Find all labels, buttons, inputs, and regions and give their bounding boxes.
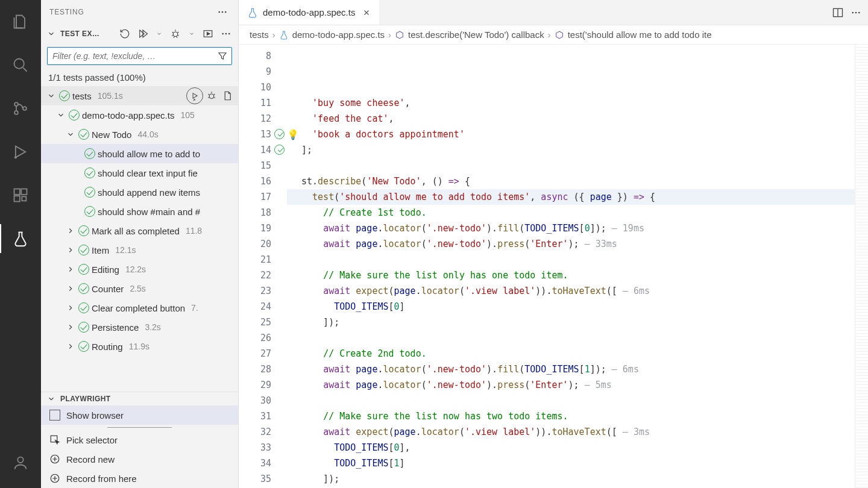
pass-icon (84, 187, 95, 198)
code-content[interactable]: 💡 'buy some cheese', 'feed the cat', 'bo… (287, 45, 855, 488)
playwright-header[interactable]: PLAYWRIGHT (41, 392, 238, 405)
tree-label: Persistence (92, 322, 139, 333)
svg-point-1 (14, 102, 18, 106)
plus-circle-icon (49, 454, 60, 465)
tree-suite-routing[interactable]: Routing 11.9s (41, 337, 238, 356)
breadcrumb-item[interactable]: test.describe('New Todo') callback (408, 30, 544, 40)
activity-source-control[interactable] (6, 94, 35, 123)
chevron-right-icon: › (272, 30, 275, 40)
tree-label: tests (72, 91, 92, 101)
activity-search[interactable] (6, 51, 35, 80)
refresh-icon[interactable] (118, 27, 132, 41)
tree-suite-editing[interactable]: Editing 12.2s (41, 260, 238, 279)
pass-icon (78, 225, 89, 236)
breadcrumb[interactable]: tests › demo-todo-app.spec.ts › test.des… (239, 25, 868, 45)
tree-test-1[interactable]: should allow me to add to (41, 144, 238, 163)
svg-point-0 (14, 59, 24, 69)
tree-test-3[interactable]: should append new items (41, 183, 238, 202)
breadcrumb-item[interactable]: test('should allow me to add todo ite (568, 30, 712, 40)
pass-icon (84, 148, 95, 159)
tree-label: demo-todo-app.spec.ts (82, 110, 174, 120)
activity-run-debug[interactable] (6, 137, 35, 166)
activity-extensions[interactable] (6, 181, 35, 210)
chevron-right-icon (65, 227, 76, 235)
tree-label: Editing (92, 264, 119, 275)
sidebar-more-icon[interactable] (215, 5, 230, 19)
tab-demo-todo[interactable]: demo-todo-app.spec.ts (239, 0, 379, 25)
tree-time: 12.1s (115, 245, 136, 255)
run-test-button[interactable] (186, 87, 203, 104)
breadcrumb-item[interactable]: tests (250, 30, 269, 40)
symbol-method-icon (555, 30, 564, 40)
sidebar-title-row: TESTING (41, 0, 238, 24)
tree-root[interactable]: tests 105.1s (41, 86, 238, 105)
chevron-down-icon (46, 92, 57, 100)
section-more-icon[interactable] (219, 27, 233, 41)
section-label: PLAYWRIGHT (60, 395, 233, 403)
tree-label: should append new items (98, 187, 200, 198)
tree-time: 12.2s (125, 264, 146, 274)
checkbox-icon[interactable] (49, 410, 60, 421)
chevron-down-icon[interactable] (186, 31, 197, 37)
split-editor-icon[interactable] (831, 5, 845, 20)
test-explorer-header[interactable]: TEST EX… (41, 24, 238, 43)
chevron-right-icon (65, 304, 76, 312)
chevron-down-icon (55, 111, 66, 119)
svg-point-16 (225, 33, 227, 35)
divider (107, 427, 172, 428)
tree-label: New Todo (92, 130, 131, 140)
chevron-down-icon (65, 130, 76, 139)
tree-suite-clear-completed[interactable]: Clear completed button 7. (41, 298, 238, 318)
show-browser-option[interactable]: Show browser (41, 405, 238, 425)
svg-rect-8 (22, 196, 26, 201)
filter-icon[interactable] (213, 51, 231, 61)
chevron-right-icon (65, 342, 76, 351)
chevron-right-icon: › (548, 30, 551, 40)
tree-test-4[interactable]: should show #main and # (41, 202, 238, 221)
activity-accounts[interactable] (6, 448, 35, 477)
record-from-here-option[interactable]: Record from here (41, 469, 238, 488)
tab-bar: demo-todo-app.spec.ts (239, 0, 868, 25)
breadcrumb-item[interactable]: demo-todo-app.spec.ts (292, 30, 385, 40)
tree-file[interactable]: demo-todo-app.spec.ts 105 (41, 105, 238, 125)
activity-explorer[interactable] (6, 7, 35, 36)
debug-all-icon[interactable] (168, 27, 183, 41)
option-label: Record from here (66, 474, 137, 484)
tree-suite-mark-all[interactable]: Mark all as completed 11.8 (41, 221, 238, 240)
pick-selector-option[interactable]: Pick selector (41, 430, 238, 449)
pass-icon (78, 302, 89, 313)
chevron-down-icon[interactable] (154, 31, 165, 37)
tree-suite-counter[interactable]: Counter 2.5s (41, 279, 238, 298)
playwright-section: PLAYWRIGHT Show browser Pick selector Re… (41, 392, 238, 488)
svg-point-24 (855, 11, 857, 13)
activity-testing[interactable] (6, 224, 35, 253)
tree-label: should clear text input fie (98, 168, 198, 178)
code-editor[interactable]: 8910111213141516171819202122232425262728… (239, 45, 868, 488)
tree-label: should show #main and # (98, 207, 200, 217)
tab-title: demo-todo-app.spec.ts (263, 7, 355, 17)
tree-label: Counter (92, 284, 124, 294)
minimap[interactable] (855, 45, 868, 488)
record-new-option[interactable]: Record new (41, 449, 238, 469)
show-output-icon[interactable] (201, 27, 215, 41)
goto-test-icon[interactable] (220, 89, 234, 103)
section-label: TEST EX… (60, 30, 114, 38)
pass-icon (78, 129, 89, 140)
close-icon[interactable] (362, 8, 371, 17)
tree-time: 11.8 (186, 226, 202, 236)
option-label: Record new (66, 454, 115, 465)
debug-test-icon[interactable] (204, 89, 219, 103)
tree-time: 2.5s (130, 284, 145, 293)
tree-test-2[interactable]: should clear text input fie (41, 163, 238, 183)
filter-input-wrap (47, 47, 232, 65)
filter-input[interactable] (48, 49, 213, 63)
flask-icon (279, 30, 289, 40)
editor-more-icon[interactable] (849, 5, 863, 20)
lightbulb-icon[interactable]: 💡 (287, 127, 299, 143)
tree-suite-item[interactable]: Item 12.1s (41, 240, 238, 260)
svg-point-23 (852, 11, 854, 13)
tree-suite-persistence[interactable]: Persistence 3.2s (41, 318, 238, 337)
run-all-icon[interactable] (136, 27, 150, 41)
filter-row (41, 43, 238, 69)
tree-suite-new-todo[interactable]: New Todo 44.0s (41, 125, 238, 144)
